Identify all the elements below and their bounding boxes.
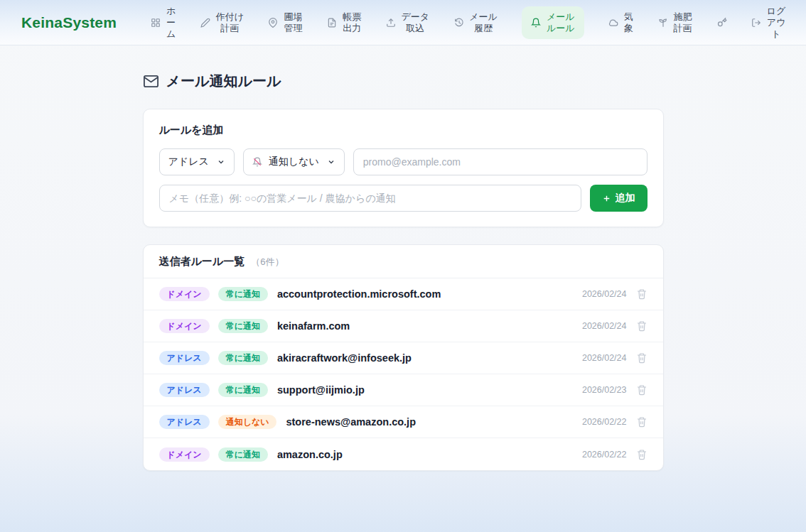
nav-item-planting-plan[interactable]: 作付け計画 [200, 11, 245, 34]
rule-value: amazon.co.jp [277, 449, 343, 460]
rule-count: （6件） [251, 256, 284, 268]
logout-icon [751, 18, 761, 28]
add-rule-card: ルールを追加 アドレス 通知しない [143, 109, 664, 227]
sprout-icon [658, 18, 668, 28]
history-icon [454, 18, 464, 28]
delete-rule-button[interactable] [636, 449, 648, 460]
rule-action-select[interactable]: 通知しない [243, 148, 345, 175]
rule-row: ドメイン 常に通知 keinafarm.com 2026/02/24 [144, 310, 663, 342]
rule-action-badge: 常に通知 [218, 319, 268, 333]
add-rule-button[interactable]: 追加 [590, 185, 648, 212]
rule-action-select-value: 通知しない [269, 156, 319, 168]
nav-item-label: ホーム [166, 6, 176, 40]
map-pin-icon [268, 18, 278, 28]
chevron-down-icon [217, 158, 225, 166]
nav-item-mail-history[interactable]: メール履歴 [454, 11, 498, 34]
key-icon [716, 17, 727, 28]
rule-action-badge: 常に通知 [218, 383, 268, 397]
delete-rule-button[interactable] [636, 352, 648, 364]
rule-date: 2026/02/22 [582, 450, 627, 460]
nav-item-password-key[interactable] [716, 17, 727, 28]
rule-action-badge: 常に通知 [218, 287, 268, 301]
rule-type-select[interactable]: アドレス [159, 148, 235, 175]
cloud-icon [608, 18, 618, 28]
nav-item-label: 帳票出力 [342, 11, 362, 34]
trash-icon [636, 352, 648, 364]
rule-row: アドレス 常に通知 akiracraftwork@infoseek.jp 202… [144, 342, 663, 374]
trash-icon [636, 384, 648, 396]
pencil-icon [200, 18, 210, 28]
rule-type-badge: アドレス [159, 415, 210, 429]
add-rule-row-1: アドレス 通知しない [159, 148, 648, 175]
delete-rule-button[interactable] [636, 416, 648, 428]
nav-item-home[interactable]: ホーム [151, 6, 176, 40]
rule-memo-input[interactable] [159, 185, 581, 212]
nav-item-fertilizer-plan[interactable]: 施肥計画 [658, 11, 693, 34]
rule-value: akiracraftwork@infoseek.jp [277, 352, 412, 364]
rule-date: 2026/02/24 [582, 321, 627, 331]
rule-type-select-value: アドレス [168, 156, 209, 168]
nav-item-label: 施肥計画 [673, 11, 693, 34]
rule-row: アドレス 常に通知 support@iijmio.jp 2026/02/23 [144, 374, 663, 406]
trash-icon [636, 320, 648, 332]
rule-list-header: 送信者ルール一覧 （6件） [144, 245, 663, 278]
add-rule-heading: ルールを追加 [159, 124, 648, 137]
rule-date: 2026/02/23 [582, 385, 627, 395]
sender-rule-list-card: 送信者ルール一覧 （6件） ドメイン 常に通知 accountprotectio… [143, 244, 664, 471]
mail-icon [143, 73, 159, 89]
nav-item-label: 気象 [623, 11, 634, 34]
rule-row: ドメイン 常に通知 amazon.co.jp 2026/02/22 [144, 438, 663, 470]
nav-item-mail-rules[interactable]: メールルール [522, 6, 584, 39]
rule-type-badge: ドメイン [159, 319, 210, 333]
rule-type-badge: アドレス [159, 351, 210, 365]
rule-value: store-news@amazon.co.jp [286, 416, 416, 428]
nav-item-report-output[interactable]: 帳票出力 [327, 11, 362, 34]
nav-item-label: 作付け計画 [215, 11, 245, 34]
rule-action-badge: 通知しない [218, 415, 277, 429]
rule-date: 2026/02/24 [582, 353, 627, 363]
rule-type-badge: ドメイン [159, 447, 210, 462]
rule-list-heading: 送信者ルール一覧 [159, 255, 245, 268]
add-rule-row-2: 追加 [159, 185, 648, 212]
rule-type-badge: ドメイン [159, 287, 210, 301]
delete-rule-button[interactable] [636, 320, 648, 332]
rule-target-input[interactable] [353, 148, 648, 175]
add-rule-button-label: 追加 [616, 192, 635, 205]
page-title: メール通知ルール [166, 72, 281, 91]
rule-date: 2026/02/22 [582, 417, 627, 427]
bell-slash-icon [252, 157, 262, 167]
app-logo: KeinaSystem [21, 14, 117, 31]
plus-icon [602, 194, 611, 203]
top-navbar: KeinaSystem ホーム 作付け計画 圃場管理 帳票出力 [0, 0, 806, 45]
rule-value: accountprotection.microsoft.com [277, 288, 441, 300]
rule-row: ドメイン 常に通知 accountprotection.microsoft.co… [144, 278, 663, 310]
trash-icon [636, 449, 648, 460]
nav-item-label: データ取込 [401, 11, 430, 34]
rule-value: support@iijmio.jp [277, 384, 365, 396]
home-icon [151, 18, 161, 28]
nav-item-field-management[interactable]: 圃場管理 [268, 11, 303, 34]
main-content: メール通知ルール ルールを追加 アドレス 通知しない [143, 45, 664, 471]
nav-item-label: メールルール [546, 11, 575, 34]
rule-action-badge: 常に通知 [218, 447, 268, 462]
nav-item-data-import[interactable]: データ取込 [386, 11, 430, 34]
document-icon [327, 18, 337, 28]
trash-icon [636, 288, 648, 300]
delete-rule-button[interactable] [636, 288, 648, 300]
nav-item-label: メール履歴 [469, 11, 498, 34]
trash-icon [636, 416, 648, 428]
upload-icon [386, 18, 396, 28]
chevron-down-icon [327, 158, 335, 166]
bell-icon [531, 18, 541, 28]
delete-rule-button[interactable] [636, 384, 648, 396]
page-title-row: メール通知ルール [143, 72, 664, 91]
nav-item-label: ログアウト [766, 6, 786, 40]
nav-item-label: 圃場管理 [283, 11, 303, 34]
main-nav: ホーム 作付け計画 圃場管理 帳票出力 データ取込 [151, 6, 786, 40]
rule-action-badge: 常に通知 [218, 351, 268, 365]
nav-item-logout[interactable]: ログアウト [751, 6, 786, 40]
rule-date: 2026/02/24 [582, 289, 627, 299]
rule-type-badge: アドレス [159, 383, 210, 397]
nav-item-weather[interactable]: 気象 [608, 11, 634, 34]
rule-row: アドレス 通知しない store-news@amazon.co.jp 2026/… [144, 406, 663, 438]
